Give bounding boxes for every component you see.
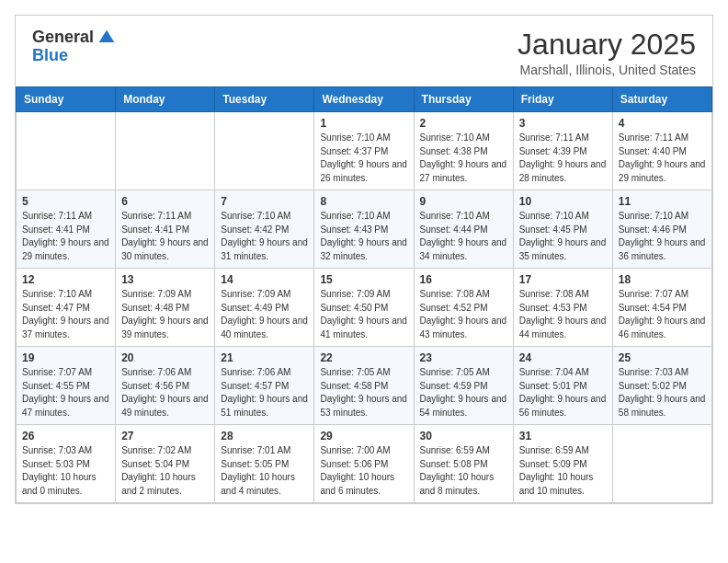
day-number: 22 xyxy=(320,351,407,364)
day-of-week-sunday: Sunday xyxy=(17,87,116,112)
calendar-cell: 17Sunrise: 7:08 AMSunset: 4:53 PMDayligh… xyxy=(513,269,612,347)
day-number: 4 xyxy=(619,117,706,130)
week-row-2: 5Sunrise: 7:11 AMSunset: 4:41 PMDaylight… xyxy=(17,190,712,269)
calendar-cell: 31Sunrise: 6:59 AMSunset: 5:09 PMDayligh… xyxy=(513,425,612,503)
day-of-week-monday: Monday xyxy=(116,87,215,112)
day-number: 15 xyxy=(320,273,407,286)
day-info: Sunrise: 7:09 AMSunset: 4:49 PMDaylight:… xyxy=(221,288,308,341)
day-info: Sunrise: 7:03 AMSunset: 5:03 PMDaylight:… xyxy=(22,444,109,498)
day-info: Sunrise: 7:10 AMSunset: 4:46 PMDaylight:… xyxy=(619,210,706,263)
calendar-cell: 13Sunrise: 7:09 AMSunset: 4:48 PMDayligh… xyxy=(116,269,215,347)
day-number: 23 xyxy=(420,351,507,364)
calendar-cell: 6Sunrise: 7:11 AMSunset: 4:41 PMDaylight… xyxy=(116,190,215,269)
week-row-1: 1Sunrise: 7:10 AMSunset: 4:37 PMDaylight… xyxy=(17,112,712,190)
calendar-cell: 19Sunrise: 7:07 AMSunset: 4:55 PMDayligh… xyxy=(17,347,116,425)
day-number: 8 xyxy=(320,195,407,208)
calendar-cell: 16Sunrise: 7:08 AMSunset: 4:52 PMDayligh… xyxy=(414,269,513,347)
day-info: Sunrise: 7:10 AMSunset: 4:47 PMDaylight:… xyxy=(22,288,109,341)
day-info: Sunrise: 7:06 AMSunset: 4:57 PMDaylight:… xyxy=(221,366,308,419)
day-number: 21 xyxy=(221,351,308,364)
week-row-4: 19Sunrise: 7:07 AMSunset: 4:55 PMDayligh… xyxy=(17,347,712,425)
day-number: 3 xyxy=(519,117,607,130)
day-number: 12 xyxy=(22,273,109,286)
day-info: Sunrise: 7:00 AMSunset: 5:06 PMDaylight:… xyxy=(320,444,407,498)
day-info: Sunrise: 7:10 AMSunset: 4:38 PMDaylight:… xyxy=(420,132,507,185)
calendar-cell: 8Sunrise: 7:10 AMSunset: 4:43 PMDaylight… xyxy=(314,190,414,269)
day-info: Sunrise: 7:09 AMSunset: 4:50 PMDaylight:… xyxy=(320,288,407,341)
calendar-cell xyxy=(215,112,314,190)
calendar-cell: 25Sunrise: 7:03 AMSunset: 5:02 PMDayligh… xyxy=(612,347,711,425)
calendar-cell xyxy=(17,112,116,190)
day-info: Sunrise: 7:01 AMSunset: 5:05 PMDaylight:… xyxy=(221,444,308,498)
location-title: Marshall, Illinois, United States xyxy=(518,63,696,77)
calendar-cell: 9Sunrise: 7:10 AMSunset: 4:44 PMDaylight… xyxy=(414,190,513,269)
calendar-cell: 10Sunrise: 7:10 AMSunset: 4:45 PMDayligh… xyxy=(513,190,612,269)
calendar-cell: 2Sunrise: 7:10 AMSunset: 4:38 PMDaylight… xyxy=(414,112,513,190)
calendar-cell: 24Sunrise: 7:04 AMSunset: 5:01 PMDayligh… xyxy=(513,347,612,425)
day-number: 19 xyxy=(22,351,109,364)
calendar-cell: 15Sunrise: 7:09 AMSunset: 4:50 PMDayligh… xyxy=(314,269,414,347)
calendar-cell: 23Sunrise: 7:05 AMSunset: 4:59 PMDayligh… xyxy=(414,347,513,425)
calendar-cell xyxy=(116,112,215,190)
day-number: 10 xyxy=(519,195,607,208)
day-number: 1 xyxy=(320,117,407,130)
calendar-cell: 18Sunrise: 7:07 AMSunset: 4:54 PMDayligh… xyxy=(612,269,711,347)
day-number: 6 xyxy=(121,195,209,208)
calendar-cell: 29Sunrise: 7:00 AMSunset: 5:06 PMDayligh… xyxy=(314,425,414,503)
day-number: 11 xyxy=(619,195,706,208)
day-info: Sunrise: 7:08 AMSunset: 4:53 PMDaylight:… xyxy=(519,288,607,341)
calendar-cell: 28Sunrise: 7:01 AMSunset: 5:05 PMDayligh… xyxy=(215,425,314,503)
logo-general-text: General xyxy=(32,29,94,47)
calendar-cell xyxy=(612,425,711,503)
day-info: Sunrise: 7:11 AMSunset: 4:41 PMDaylight:… xyxy=(22,210,109,263)
day-info: Sunrise: 7:07 AMSunset: 4:54 PMDaylight:… xyxy=(619,288,706,341)
day-number: 2 xyxy=(420,117,507,130)
day-number: 9 xyxy=(420,195,507,208)
day-info: Sunrise: 7:10 AMSunset: 4:42 PMDaylight:… xyxy=(221,210,308,263)
calendar-cell: 27Sunrise: 7:02 AMSunset: 5:04 PMDayligh… xyxy=(116,425,215,503)
day-number: 31 xyxy=(519,430,607,442)
day-info: Sunrise: 7:07 AMSunset: 4:55 PMDaylight:… xyxy=(22,366,109,419)
day-of-week-tuesday: Tuesday xyxy=(215,87,314,112)
day-number: 24 xyxy=(519,351,607,364)
logo-blue-text: Blue xyxy=(32,47,68,65)
day-number: 18 xyxy=(619,273,706,286)
day-header-row: SundayMondayTuesdayWednesdayThursdayFrid… xyxy=(17,87,712,112)
day-number: 27 xyxy=(121,430,209,442)
day-info: Sunrise: 7:05 AMSunset: 4:58 PMDaylight:… xyxy=(320,366,407,419)
header: General Blue January 2025 Marshall, Illi… xyxy=(16,16,712,86)
calendar-cell: 22Sunrise: 7:05 AMSunset: 4:58 PMDayligh… xyxy=(314,347,414,425)
calendar-cell: 30Sunrise: 6:59 AMSunset: 5:08 PMDayligh… xyxy=(414,425,513,503)
day-info: Sunrise: 7:10 AMSunset: 4:44 PMDaylight:… xyxy=(420,210,507,263)
day-info: Sunrise: 6:59 AMSunset: 5:09 PMDaylight:… xyxy=(519,444,607,498)
day-number: 14 xyxy=(221,273,308,286)
day-number: 20 xyxy=(121,351,209,364)
day-info: Sunrise: 7:02 AMSunset: 5:04 PMDaylight:… xyxy=(121,444,209,498)
day-number: 26 xyxy=(22,430,109,442)
day-of-week-friday: Friday xyxy=(513,87,612,112)
day-info: Sunrise: 7:10 AMSunset: 4:37 PMDaylight:… xyxy=(320,132,407,185)
day-info: Sunrise: 7:04 AMSunset: 5:01 PMDaylight:… xyxy=(519,366,607,419)
day-info: Sunrise: 7:11 AMSunset: 4:39 PMDaylight:… xyxy=(519,132,607,185)
day-of-week-wednesday: Wednesday xyxy=(314,87,414,112)
calendar-cell: 3Sunrise: 7:11 AMSunset: 4:39 PMDaylight… xyxy=(513,112,612,190)
day-number: 30 xyxy=(420,430,507,442)
week-row-5: 26Sunrise: 7:03 AMSunset: 5:03 PMDayligh… xyxy=(17,425,712,503)
calendar-cell: 26Sunrise: 7:03 AMSunset: 5:03 PMDayligh… xyxy=(17,425,116,503)
day-number: 7 xyxy=(221,195,308,208)
calendar-cell: 21Sunrise: 7:06 AMSunset: 4:57 PMDayligh… xyxy=(215,347,314,425)
week-row-3: 12Sunrise: 7:10 AMSunset: 4:47 PMDayligh… xyxy=(17,269,712,347)
day-info: Sunrise: 7:11 AMSunset: 4:41 PMDaylight:… xyxy=(121,210,209,263)
day-number: 29 xyxy=(320,430,407,442)
logo-icon xyxy=(97,29,116,47)
day-info: Sunrise: 7:05 AMSunset: 4:59 PMDaylight:… xyxy=(420,366,507,419)
calendar-cell: 11Sunrise: 7:10 AMSunset: 4:46 PMDayligh… xyxy=(612,190,711,269)
calendar-table: SundayMondayTuesdayWednesdayThursdayFrid… xyxy=(16,86,712,503)
day-info: Sunrise: 7:11 AMSunset: 4:40 PMDaylight:… xyxy=(619,132,706,185)
day-number: 13 xyxy=(121,273,209,286)
day-info: Sunrise: 7:10 AMSunset: 4:43 PMDaylight:… xyxy=(320,210,407,263)
calendar-cell: 5Sunrise: 7:11 AMSunset: 4:41 PMDaylight… xyxy=(17,190,116,269)
logo-area: General Blue xyxy=(32,29,116,65)
day-info: Sunrise: 7:06 AMSunset: 4:56 PMDaylight:… xyxy=(121,366,209,419)
day-number: 16 xyxy=(420,273,507,286)
